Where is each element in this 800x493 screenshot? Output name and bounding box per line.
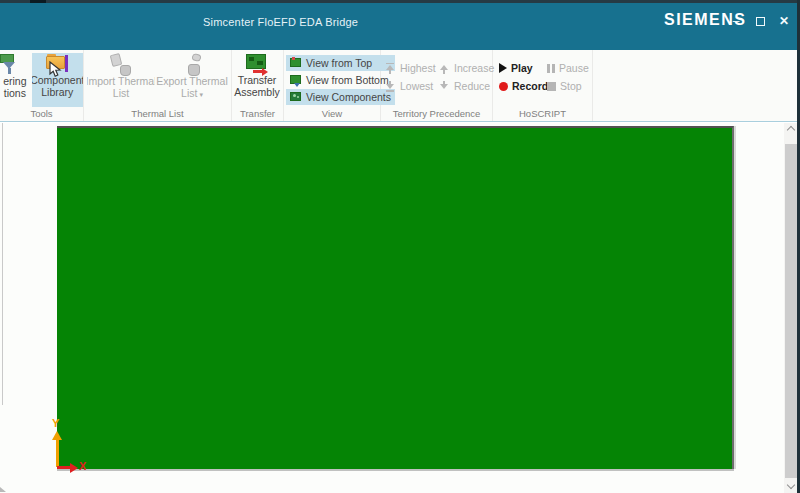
vertical-scrollbar[interactable] bbox=[784, 123, 797, 493]
coordinate-triad: Y X bbox=[48, 420, 88, 472]
maximize-icon bbox=[756, 17, 765, 26]
graphics-viewport: Y X bbox=[0, 123, 797, 493]
group-label-transfer: Transfer bbox=[232, 107, 283, 121]
maximize-button[interactable] bbox=[753, 13, 767, 29]
play-button[interactable]: Play bbox=[499, 62, 547, 74]
group-label-hoscript: HoSCRIPT bbox=[493, 107, 592, 121]
ribbon-group-territory-precedence: Highest Increase Lowest Reduce bbox=[381, 50, 493, 121]
move-up-icon bbox=[439, 63, 450, 74]
x-axis-arrow-icon bbox=[70, 463, 78, 473]
move-to-top-icon bbox=[385, 63, 396, 74]
app-title: Simcenter FloEFD EDA Bridge bbox=[203, 16, 358, 28]
lowest-button[interactable]: Lowest bbox=[385, 80, 439, 92]
view-components-button[interactable]: View Components bbox=[286, 89, 395, 105]
stop-icon bbox=[547, 82, 556, 91]
ribbon-group-tools: ering tions Component Library Tools bbox=[0, 50, 84, 121]
component-library-button[interactable]: Component Library bbox=[32, 53, 83, 107]
group-label-thermal-list: Thermal List bbox=[84, 107, 231, 121]
pcb-arrow-icon bbox=[244, 54, 270, 75]
app-window: Simcenter FloEFD EDA Bridge SIEMENS – ✕ … bbox=[0, 0, 800, 493]
scroll-up-icon[interactable] bbox=[786, 126, 794, 134]
dropdown-caret-icon: ▾ bbox=[199, 91, 203, 98]
pcb-board-view[interactable] bbox=[57, 126, 734, 469]
import-thermal-list-button[interactable]: Import Thermal List bbox=[87, 53, 155, 107]
ribbon-toolbar: ering tions Component Library Tools bbox=[0, 50, 797, 122]
play-icon bbox=[499, 63, 507, 73]
mouse-cursor-icon bbox=[49, 61, 62, 78]
board-top-icon bbox=[290, 57, 302, 69]
highest-button[interactable]: Highest bbox=[385, 62, 439, 74]
corner-grip-icon bbox=[0, 487, 6, 492]
board-bottom-icon bbox=[290, 74, 302, 86]
ribbon-group-transfer: Transfer Assembly Transfer bbox=[232, 50, 284, 121]
scrollbar-thumb[interactable] bbox=[785, 144, 797, 478]
minimize-button[interactable]: – bbox=[729, 13, 743, 29]
move-to-bottom-icon bbox=[385, 81, 396, 92]
group-label-tools: Tools bbox=[0, 107, 83, 121]
stop-button[interactable]: Stop bbox=[547, 80, 597, 92]
export-thermal-list-button[interactable]: Export Thermal List▾ bbox=[155, 53, 229, 107]
window-controls: – ✕ bbox=[729, 13, 791, 29]
y-axis-label: Y bbox=[52, 417, 59, 429]
viewport-left-border bbox=[2, 123, 3, 405]
chain-link-icon bbox=[108, 54, 134, 76]
increase-button[interactable]: Increase bbox=[439, 62, 495, 74]
group-label-territory-precedence: Territory Precedence bbox=[381, 107, 492, 121]
filtering-options-button[interactable]: ering tions bbox=[0, 53, 30, 107]
ribbon-group-thermal-list: Import Thermal List Export Thermal List▾… bbox=[84, 50, 232, 121]
move-down-icon bbox=[439, 81, 450, 92]
transfer-assembly-button[interactable]: Transfer Assembly bbox=[232, 53, 282, 107]
window-top-edge bbox=[0, 0, 800, 3]
group-label-view: View bbox=[284, 107, 380, 121]
chain-link-icon bbox=[179, 54, 205, 76]
filter-icon bbox=[0, 54, 22, 76]
scroll-down-icon[interactable] bbox=[786, 481, 794, 489]
view-from-top-button[interactable]: View from Top bbox=[286, 55, 395, 71]
ribbon-group-hoscript: Play Pause Record Stop HoS bbox=[493, 50, 593, 121]
title-bar: Simcenter FloEFD EDA Bridge SIEMENS – ✕ bbox=[0, 0, 800, 50]
reduce-button[interactable]: Reduce bbox=[439, 80, 495, 92]
pause-icon bbox=[547, 64, 555, 73]
close-button[interactable]: ✕ bbox=[777, 13, 791, 29]
record-button[interactable]: Record bbox=[499, 80, 547, 92]
x-axis-label: X bbox=[79, 460, 86, 472]
components-icon bbox=[290, 91, 302, 103]
record-icon bbox=[499, 82, 508, 91]
pause-button[interactable]: Pause bbox=[547, 62, 597, 74]
ribbon-group-view: View from Top View from Bottom View Comp… bbox=[284, 50, 381, 121]
view-from-bottom-button[interactable]: View from Bottom bbox=[286, 72, 395, 88]
top-edge-tab bbox=[30, 0, 46, 3]
